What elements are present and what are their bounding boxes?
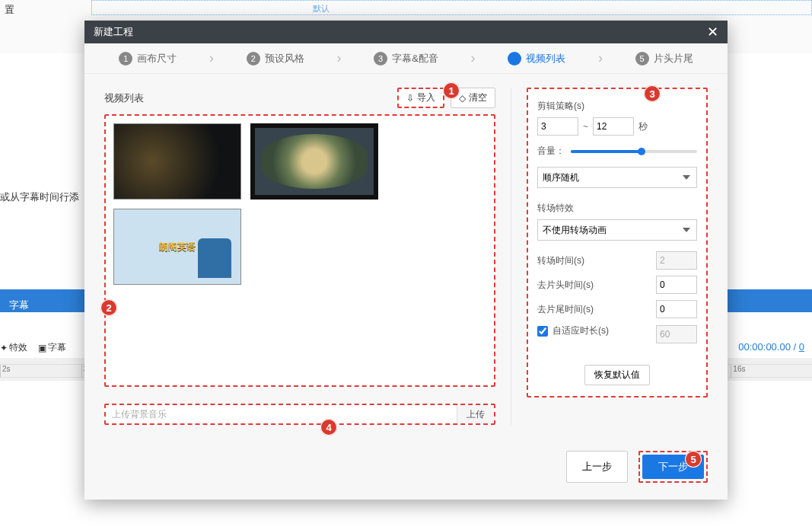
trim-tail-label: 去片尾时间(s) — [537, 303, 656, 316]
callout-badge: 5 — [685, 451, 702, 468]
seconds-unit: 秒 — [638, 120, 648, 133]
video-thumb[interactable]: 朗阁英语 — [113, 209, 241, 285]
step-subtitle-audio[interactable]: 3字幕&配音 — [374, 52, 438, 65]
video-grid[interactable]: 朗阁英语 — [104, 114, 495, 387]
step-canvas-size[interactable]: 1画布尺寸 — [119, 52, 177, 65]
modal-title: 新建工程 — [94, 25, 133, 39]
transition-time-label: 转场时间(s) — [537, 254, 656, 267]
callout-badge: 2 — [100, 299, 117, 316]
chevron-right-icon: › — [598, 50, 603, 66]
max-duration-input[interactable] — [593, 117, 634, 136]
volume-slider[interactable] — [571, 150, 697, 153]
new-project-modal: 新建工程 ✕ 1画布尺寸 › 2预设风格 › 3字幕&配音 › 4视频列表 › … — [84, 21, 728, 500]
trim-head-input[interactable] — [656, 276, 697, 294]
adaptive-value-input — [656, 325, 697, 343]
trim-tail-input[interactable] — [656, 300, 697, 318]
adaptive-label: 自适应时长(s) — [552, 324, 656, 337]
close-icon[interactable]: ✕ — [707, 24, 718, 40]
step-intro-outro[interactable]: 5片头片尾 — [635, 52, 693, 65]
settings-panel: 剪辑策略(s) ~ 秒 音量： 顺序随机 转场特效 不使用转场动画 — [527, 88, 708, 398]
strategy-select[interactable]: 顺序随机 — [537, 167, 697, 188]
strategy-label: 剪辑策略(s) — [537, 100, 697, 113]
video-thumb[interactable] — [250, 123, 378, 200]
volume-label: 音量： — [537, 145, 565, 158]
vertical-divider — [511, 88, 511, 425]
transition-label: 转场特效 — [537, 202, 697, 215]
prev-button[interactable]: 上一步 — [566, 451, 628, 483]
thumb-text: 朗阁英语 — [159, 241, 196, 254]
modal-footer: 上一步 下一步 — [84, 429, 728, 500]
step-video-list[interactable]: 4视频列表 — [508, 52, 565, 65]
robot-graphic — [198, 238, 231, 278]
trim-head-label: 去片头时间(s) — [537, 279, 656, 292]
callout-badge: 4 — [320, 419, 337, 436]
upload-button[interactable]: 上传 — [457, 405, 494, 423]
modal-header: 新建工程 ✕ — [84, 21, 728, 43]
callout-badge: 3 — [644, 85, 661, 102]
step-preset-style[interactable]: 2预设风格 — [247, 52, 304, 65]
transition-select[interactable]: 不使用转场动画 — [537, 219, 697, 241]
bgm-input[interactable] — [106, 409, 457, 420]
import-button[interactable]: ⇩ 导入 — [397, 88, 444, 108]
restore-defaults-button[interactable]: 恢复默认值 — [584, 365, 650, 385]
chevron-right-icon: › — [209, 50, 214, 66]
video-list-title: 视频列表 — [104, 91, 144, 105]
chevron-right-icon: › — [336, 50, 341, 66]
chevron-right-icon: › — [471, 50, 476, 66]
range-sep: ~ — [583, 121, 588, 132]
stepper: 1画布尺寸 › 2预设风格 › 3字幕&配音 › 4视频列表 › 5片头片尾 — [84, 43, 728, 74]
min-duration-input[interactable] — [537, 117, 578, 136]
transition-time-input — [656, 251, 697, 270]
upload-bgm-row: 上传 — [104, 404, 495, 425]
callout-badge: 1 — [443, 82, 460, 99]
adaptive-checkbox[interactable] — [537, 326, 548, 337]
video-thumb[interactable] — [113, 123, 241, 200]
